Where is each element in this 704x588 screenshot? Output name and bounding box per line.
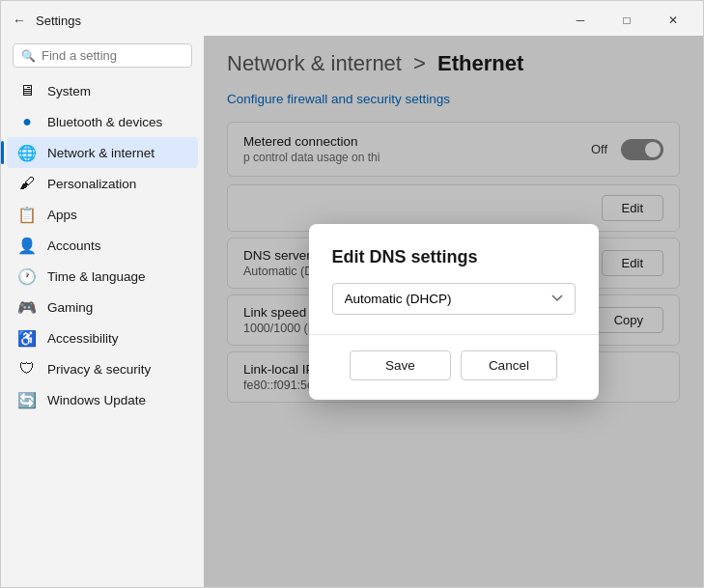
apps-icon: 📋 — [18, 206, 36, 223]
sidebar-item-label: Gaming — [47, 300, 93, 315]
accessibility-icon: ♿ — [18, 329, 36, 347]
search-input[interactable] — [42, 48, 183, 63]
sidebar-item-label: Apps — [47, 208, 77, 222]
sidebar-item-label: Time & language — [47, 269, 146, 284]
sidebar-item-update[interactable]: 🔄 Windows Update — [7, 384, 198, 415]
modal-title: Edit DNS settings — [332, 247, 576, 267]
minimize-button[interactable]: ─ — [558, 7, 603, 34]
sidebar-item-label: Windows Update — [47, 393, 146, 407]
sidebar-item-system[interactable]: 🖥 System — [7, 75, 198, 106]
sidebar-item-label: Bluetooth & devices — [47, 115, 162, 129]
maximize-button[interactable]: □ — [605, 7, 649, 34]
personalization-icon: 🖌 — [18, 175, 36, 192]
sidebar-item-privacy[interactable]: 🛡 Privacy & security — [7, 353, 198, 384]
close-button[interactable]: ✕ — [651, 7, 695, 34]
sidebar-item-accessibility[interactable]: ♿ Accessibility — [7, 322, 198, 353]
sidebar-item-label: System — [47, 84, 91, 98]
system-icon: 🖥 — [18, 82, 36, 99]
sidebar: 🔍 🖥 System ● Bluetooth & devices 🌐 Netwo… — [1, 36, 204, 587]
sidebar-item-bluetooth[interactable]: ● Bluetooth & devices — [7, 106, 198, 137]
modal-divider — [309, 334, 599, 335]
sidebar-item-label: Accessibility — [47, 331, 119, 346]
titlebar-controls: ─ □ ✕ — [558, 7, 695, 34]
dns-settings-modal: Edit DNS settings Automatic (DHCP) Manua… — [309, 224, 599, 400]
sidebar-item-label: Network & internet — [47, 146, 155, 160]
main-layout: 🔍 🖥 System ● Bluetooth & devices 🌐 Netwo… — [1, 36, 703, 587]
modal-overlay: Edit DNS settings Automatic (DHCP) Manua… — [204, 36, 703, 587]
sidebar-item-gaming[interactable]: 🎮 Gaming — [7, 292, 198, 322]
window-title: Settings — [36, 14, 81, 28]
titlebar: ← Settings ─ □ ✕ — [1, 1, 703, 36]
search-box[interactable]: 🔍 — [13, 43, 192, 68]
back-icon[interactable]: ← — [13, 13, 26, 28]
sidebar-item-apps[interactable]: 📋 Apps — [7, 199, 198, 230]
sidebar-item-personalization[interactable]: 🖌 Personalization — [7, 168, 198, 199]
network-icon: 🌐 — [18, 144, 36, 161]
sidebar-item-accounts[interactable]: 👤 Accounts — [7, 230, 198, 261]
sidebar-item-network[interactable]: 🌐 Network & internet — [7, 137, 198, 168]
sidebar-item-label: Accounts — [47, 238, 101, 253]
modal-actions: Save Cancel — [332, 350, 576, 380]
sidebar-item-label: Privacy & security — [47, 362, 151, 377]
search-icon: 🔍 — [21, 49, 36, 63]
gaming-icon: 🎮 — [18, 298, 36, 316]
settings-window: ← Settings ─ □ ✕ 🔍 🖥 System ● Bluetooth … — [0, 0, 704, 588]
save-button[interactable]: Save — [350, 350, 451, 380]
accounts-icon: 👤 — [18, 237, 36, 254]
cancel-button[interactable]: Cancel — [461, 350, 557, 380]
dns-dropdown[interactable]: Automatic (DHCP) Manual — [332, 283, 576, 315]
time-icon: 🕐 — [18, 267, 36, 285]
titlebar-left: ← Settings — [13, 13, 81, 28]
bluetooth-icon: ● — [18, 113, 36, 130]
content-area: Network & internet > Ethernet Configure … — [204, 36, 703, 587]
privacy-icon: 🛡 — [18, 360, 36, 378]
sidebar-item-time[interactable]: 🕐 Time & language — [7, 261, 198, 292]
update-icon: 🔄 — [18, 391, 36, 408]
sidebar-item-label: Personalization — [47, 177, 136, 191]
